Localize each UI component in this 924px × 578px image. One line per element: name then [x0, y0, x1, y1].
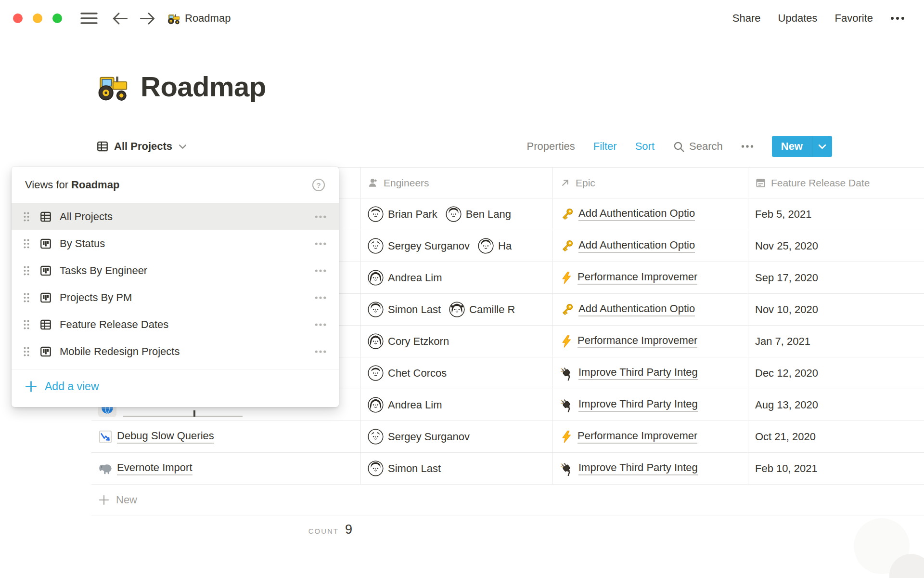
epic-cell[interactable]: Improve Third Party Integ [553, 453, 748, 484]
minimize-window-button[interactable] [33, 13, 42, 23]
epic-link[interactable]: Improve Third Party Integ [560, 398, 698, 412]
view-item-more-icon[interactable] [315, 350, 326, 354]
more-options-icon[interactable] [890, 16, 905, 20]
view-item-more-icon[interactable] [315, 296, 326, 300]
forward-icon[interactable] [140, 12, 155, 25]
person-chip[interactable]: Sergey Surganov [368, 238, 470, 254]
add-view-button[interactable]: Add a view [12, 373, 339, 399]
drag-handle-icon[interactable] [23, 319, 30, 330]
epic-cell[interactable]: Add Authentication Optio [553, 198, 748, 230]
avatar [368, 206, 384, 222]
epic-link[interactable]: Add Authentication Optio [560, 207, 695, 222]
column-header-engineers[interactable]: Engineers [361, 168, 553, 198]
date-cell[interactable]: Feb 5, 2021 [748, 198, 924, 230]
favorite-button[interactable]: Favorite [835, 12, 873, 25]
epic-link[interactable]: Add Authentication Optio [560, 239, 695, 253]
view-item-more-icon[interactable] [315, 242, 326, 246]
person-chip[interactable]: Ben Lang [446, 206, 511, 222]
name-cell[interactable]: Evernote Import [91, 453, 361, 484]
toolbar-more-icon[interactable] [741, 144, 754, 148]
engineers-cell[interactable]: Simon Last [361, 453, 553, 484]
close-window-button[interactable] [13, 13, 23, 23]
engineers-cell[interactable]: Andrea Lim [361, 389, 553, 420]
drag-handle-icon[interactable] [23, 292, 30, 303]
person-chip[interactable]: Andrea Lim [368, 270, 442, 286]
engineers-cell[interactable]: Brian ParkBen Lang [361, 198, 553, 230]
person-chip[interactable]: Simon Last [368, 302, 441, 317]
view-item-projects-by-pm[interactable]: Projects By PM [12, 284, 339, 311]
person-chip[interactable]: Sergey Surganov [368, 429, 470, 445]
engineers-cell[interactable]: Simon LastCamille R [361, 294, 553, 325]
engineers-cell[interactable]: Sergey SurganovHa [361, 230, 553, 262]
properties-button[interactable]: Properties [527, 140, 575, 153]
engineers-cell[interactable]: Cory Etzkorn [361, 326, 553, 357]
epic-cell[interactable]: Performance Improvemer [553, 262, 748, 293]
view-item-feature-release-dates[interactable]: Feature Release Dates [12, 311, 339, 338]
person-chip[interactable]: Chet Corcos [368, 365, 447, 381]
epic-cell[interactable]: Add Authentication Optio [553, 230, 748, 262]
help-icon[interactable]: ? [312, 178, 325, 192]
view-item-more-icon[interactable] [315, 269, 326, 273]
column-header-feature-release-date[interactable]: Feature Release Date [748, 168, 924, 198]
epic-link[interactable]: Add Authentication Optio [560, 302, 695, 317]
date-cell[interactable]: Aug 13, 2020 [748, 389, 924, 420]
breadcrumb[interactable]: Roadmap [167, 12, 231, 25]
person-chip[interactable]: Ha [478, 238, 512, 254]
date-cell[interactable]: Sep 17, 2020 [748, 262, 924, 293]
view-item-all-projects[interactable]: All Projects [12, 203, 339, 230]
new-dropdown-chevron-icon[interactable] [812, 136, 832, 157]
view-item-by-status[interactable]: By Status [12, 230, 339, 257]
view-selector[interactable]: All Projects [96, 140, 187, 153]
back-icon[interactable] [112, 12, 128, 25]
view-item-tasks-by-engineer[interactable]: Tasks By Engineer [12, 257, 339, 284]
person-chip[interactable]: Andrea Lim [368, 397, 442, 413]
zoom-window-button[interactable] [52, 13, 62, 23]
avatar [368, 397, 384, 413]
share-button[interactable]: Share [732, 12, 761, 25]
epic-cell[interactable]: Performance Improvemer [553, 421, 748, 452]
new-row-button[interactable]: New [91, 485, 924, 515]
epic-link[interactable]: Performance Improvemer [560, 430, 697, 444]
person-chip[interactable]: Cory Etzkorn [368, 333, 449, 349]
count-aggregate[interactable]: COUNT 9 [91, 515, 361, 544]
updates-button[interactable]: Updates [778, 12, 818, 25]
engineers-cell[interactable]: Andrea Lim [361, 262, 553, 293]
date-cell[interactable]: Oct 21, 2020 [748, 421, 924, 452]
person-chip[interactable]: Camille R [449, 302, 515, 317]
epic-cell[interactable]: Improve Third Party Integ [553, 389, 748, 420]
column-header-epic[interactable]: Epic [553, 168, 748, 198]
date-cell[interactable]: Dec 12, 2020 [748, 357, 924, 389]
sidebar-menu-icon[interactable] [80, 12, 98, 25]
drag-handle-icon[interactable] [23, 346, 30, 357]
date-cell[interactable]: Nov 25, 2020 [748, 230, 924, 262]
epic-link[interactable]: Performance Improvemer [560, 334, 697, 348]
page-title[interactable]: Roadmap [141, 70, 266, 103]
epic-link[interactable]: Improve Third Party Integ [560, 461, 698, 476]
project-name-link[interactable]: Debug Slow Queries [98, 430, 214, 444]
new-button[interactable]: New [772, 136, 832, 157]
date-cell[interactable]: Nov 10, 2020 [748, 294, 924, 325]
epic-link[interactable]: Improve Third Party Integ [560, 366, 698, 381]
person-chip[interactable]: Brian Park [368, 206, 437, 222]
search-button[interactable]: Search [673, 140, 723, 153]
date-cell[interactable]: Jan 7, 2021 [748, 326, 924, 357]
sort-button[interactable]: Sort [635, 140, 654, 153]
epic-cell[interactable]: Performance Improvemer [553, 326, 748, 357]
view-item-more-icon[interactable] [315, 215, 326, 219]
engineers-cell[interactable]: Chet Corcos [361, 357, 553, 389]
filter-button[interactable]: Filter [593, 140, 617, 153]
plus-icon [25, 380, 38, 393]
engineers-cell[interactable]: Sergey Surganov [361, 421, 553, 452]
drag-handle-icon[interactable] [23, 238, 30, 249]
person-chip[interactable]: Simon Last [368, 460, 441, 476]
drag-handle-icon[interactable] [23, 211, 30, 222]
drag-handle-icon[interactable] [23, 265, 30, 276]
project-name-link[interactable]: Evernote Import [98, 461, 192, 476]
epic-link[interactable]: Performance Improvemer [560, 271, 697, 285]
epic-cell[interactable]: Improve Third Party Integ [553, 357, 748, 389]
name-cell[interactable]: Debug Slow Queries [91, 421, 361, 452]
view-item-more-icon[interactable] [315, 323, 326, 327]
date-cell[interactable]: Feb 10, 2021 [748, 453, 924, 484]
epic-cell[interactable]: Add Authentication Optio [553, 294, 748, 325]
view-item-mobile-redesign-projects[interactable]: Mobile Redesign Projects [12, 338, 339, 365]
